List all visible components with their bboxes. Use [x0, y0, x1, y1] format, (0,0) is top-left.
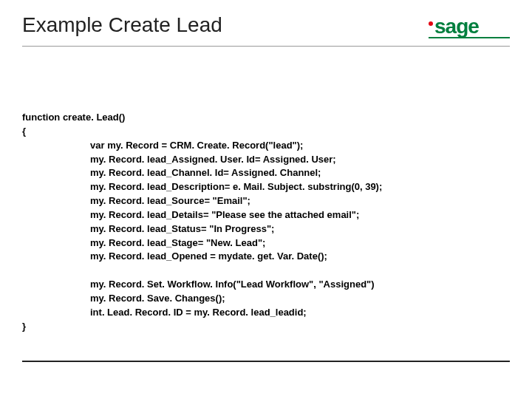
code-line: my. Record. lead_Assigned. User. Id= Ass…: [22, 153, 336, 167]
code-line: my. Record. lead_Channel. Id= Assigned. …: [22, 166, 321, 180]
slide: Example Create Lead sage function create…: [0, 0, 532, 399]
code-open-brace: {: [22, 126, 26, 137]
code-line: my. Record. Set. Workflow. Info("Lead Wo…: [22, 278, 375, 292]
code-decl: function create. Lead(): [22, 112, 125, 123]
code-line: my. Record. Save. Changes();: [22, 292, 225, 306]
logo-dot: [429, 21, 433, 26]
code-line: my. Record. lead_Source= "Email";: [22, 194, 250, 208]
page-title: Example Create Lead: [22, 13, 222, 37]
title-divider: [22, 46, 510, 47]
code-line: my. Record. lead_Opened = mydate. get. V…: [22, 250, 327, 264]
code-line: var my. Record = CRM. Create. Record("le…: [22, 139, 303, 153]
sage-logo: sage: [429, 15, 510, 44]
code-block: function create. Lead() { var my. Record…: [22, 111, 510, 334]
code-close-brace: }: [22, 321, 26, 332]
logo-text: sage: [429, 15, 479, 38]
code-line: int. Lead. Record. ID = my. Record. lead…: [22, 306, 307, 320]
code-line: my. Record. lead_Stage= "New. Lead";: [22, 236, 265, 250]
code-line: my. Record. lead_Status= "In Progress";: [22, 222, 274, 236]
code-line: my. Record. lead_Details= "Please see th…: [22, 208, 359, 222]
bottom-divider: [22, 361, 510, 362]
code-line: my. Record. lead_Description= e. Mail. S…: [22, 180, 382, 194]
